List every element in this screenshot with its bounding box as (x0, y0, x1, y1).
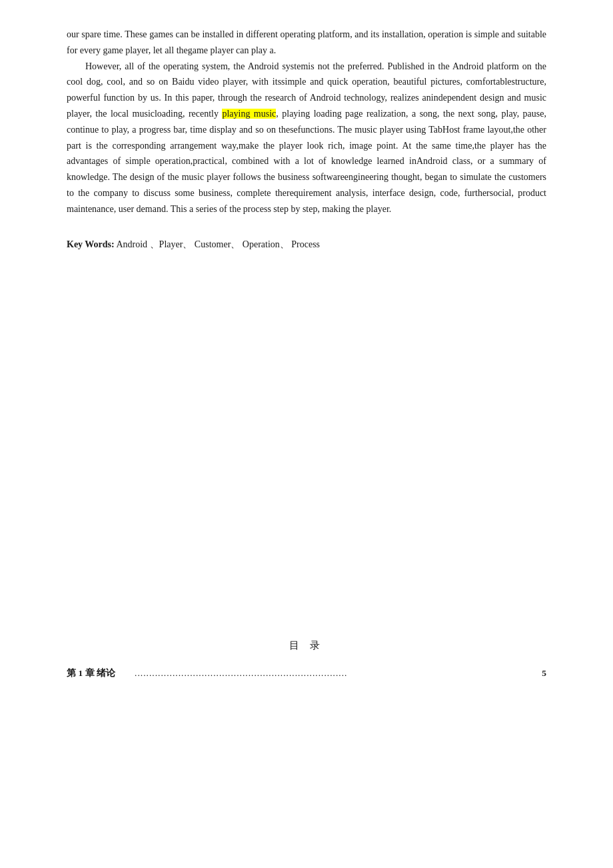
paragraph-2: However, all of the operating system, th… (67, 59, 546, 217)
toc-entry-1: 第 1 章 绪论 ...............................… (67, 665, 546, 681)
highlighted-text: playing music (222, 109, 276, 119)
toc-title: 目 录 (67, 639, 546, 652)
toc-section: 目 录 第 1 章 绪论 ...........................… (67, 639, 546, 681)
toc-page-1: 5 (542, 665, 546, 681)
toc-entry-label-1: 第 1 章 绪论 (67, 665, 133, 681)
toc-dots-1: ........................................… (133, 665, 542, 681)
keywords-items: Android 、Player、 Customer、 Operation、 Pr… (116, 239, 320, 249)
page-container: our spare time. These games can be insta… (0, 0, 613, 868)
keywords-label: Key Words: (67, 239, 115, 249)
keywords-section: Key Words: Android 、Player、 Customer、 Op… (67, 236, 546, 253)
paragraph-2-text-after-highlight: , playing loading page realization, a so… (67, 109, 546, 214)
paragraph-1: our spare time. These games can be insta… (67, 27, 546, 59)
